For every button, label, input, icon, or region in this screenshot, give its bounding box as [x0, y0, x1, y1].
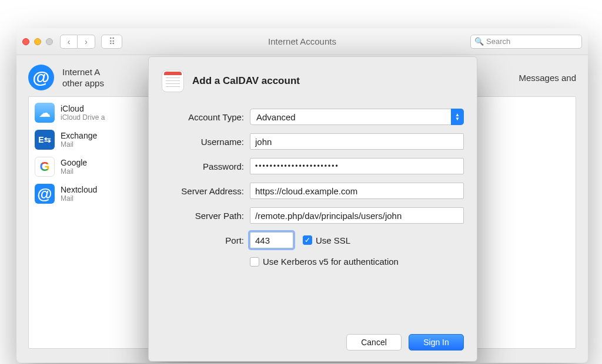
cancel-button[interactable]: Cancel	[346, 334, 402, 350]
back-button[interactable]: ‹	[60, 35, 78, 49]
search-placeholder: Search	[486, 37, 510, 46]
caldav-form: Account Type: Advanced ▲▼ Username: Pass…	[162, 109, 464, 267]
titlebar: ‹ › ⠿ Internet Accounts 🔍 Search	[16, 28, 588, 55]
pane-description-tail: Messages and	[519, 73, 576, 83]
preferences-window: ‹ › ⠿ Internet Accounts 🔍 Search @ Inter…	[16, 28, 588, 363]
kerberos-checkbox[interactable]: Use Kerberos v5 for authentication	[250, 257, 464, 267]
minimize-window-button[interactable]	[34, 38, 41, 45]
zoom-window-button[interactable]	[46, 38, 53, 45]
label-server-address: Server Address:	[162, 186, 244, 196]
server-path-field[interactable]	[250, 207, 464, 224]
exchange-icon: E⇆	[35, 130, 55, 150]
label-account-type: Account Type:	[162, 112, 244, 122]
kerberos-label: Use Kerberos v5 for authentication	[263, 257, 399, 267]
account-type-select[interactable]: Advanced ▲▼	[250, 109, 464, 125]
close-window-button[interactable]	[22, 38, 29, 45]
port-field[interactable]	[250, 232, 293, 248]
traffic-lights	[22, 38, 53, 45]
search-field[interactable]: 🔍 Search	[470, 35, 582, 49]
checkbox-checked-icon: ✓	[303, 235, 312, 245]
label-password: Password:	[162, 161, 244, 171]
select-stepper-icon: ▲▼	[451, 109, 464, 125]
icloud-icon: ☁︎	[35, 103, 55, 123]
calendar-icon	[162, 70, 184, 92]
checkbox-unchecked-icon	[250, 257, 259, 267]
nextcloud-icon: @	[35, 184, 55, 204]
sheet-title: Add a CalDAV account	[192, 75, 300, 87]
use-ssl-checkbox[interactable]: ✓ Use SSL	[303, 235, 350, 245]
nav-buttons: ‹ ›	[60, 35, 95, 49]
add-caldav-sheet: Add a CalDAV account Account Type: Advan…	[148, 56, 477, 362]
show-all-button[interactable]: ⠿	[101, 35, 122, 49]
username-field[interactable]	[250, 133, 464, 150]
sheet-header: Add a CalDAV account	[162, 70, 464, 92]
forward-button[interactable]: ›	[78, 35, 95, 49]
sheet-buttons: Cancel Sign In	[346, 334, 464, 350]
chevron-right-icon: ›	[85, 36, 88, 46]
label-username: Username:	[162, 137, 244, 147]
chevron-left-icon: ‹	[68, 36, 71, 46]
account-type-value: Advanced	[250, 109, 451, 125]
label-port: Port:	[162, 235, 244, 245]
search-icon: 🔍	[474, 37, 484, 46]
internet-accounts-icon: @	[28, 65, 54, 90]
password-field[interactable]	[250, 158, 464, 174]
google-icon: G	[35, 157, 55, 177]
use-ssl-label: Use SSL	[316, 235, 350, 245]
grid-icon: ⠿	[109, 36, 115, 47]
sign-in-button[interactable]: Sign In	[409, 334, 464, 350]
label-server-path: Server Path:	[162, 211, 244, 221]
server-address-field[interactable]	[250, 183, 464, 199]
